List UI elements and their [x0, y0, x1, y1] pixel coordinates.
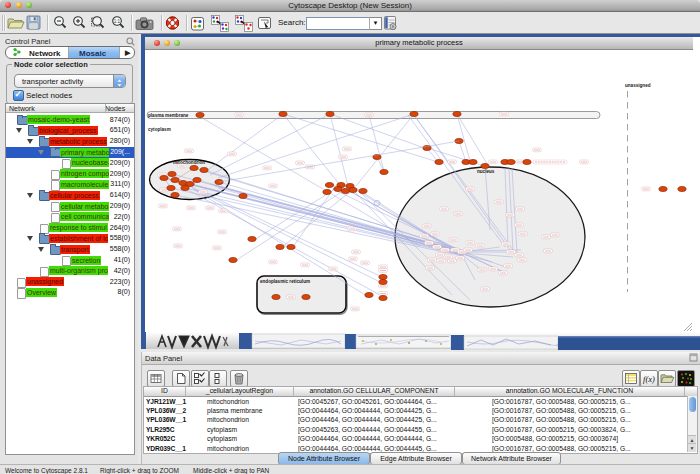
svg-text:nucleus: nucleus: [477, 169, 495, 174]
svg-text:plasma membrane: plasma membrane: [148, 113, 189, 118]
svg-text:1:1: 1:1: [114, 19, 121, 24]
svg-text:unassigned: unassigned: [625, 83, 651, 88]
svg-text:endoplasmic reticulum: endoplasmic reticulum: [260, 279, 310, 284]
svg-text:cytoplasm: cytoplasm: [148, 127, 171, 132]
svg-text:f(x): f(x): [643, 374, 655, 384]
